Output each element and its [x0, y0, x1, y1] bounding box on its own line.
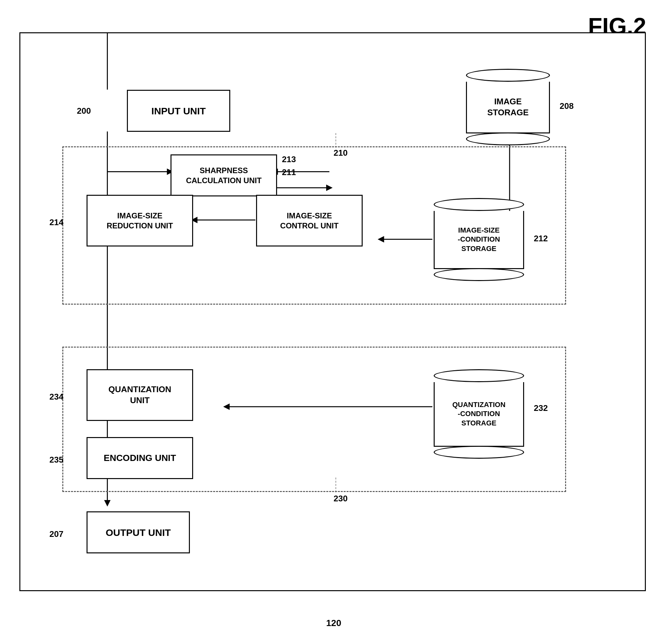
cylinder-top-quant: [434, 369, 524, 382]
label-214: 214: [49, 217, 63, 228]
cylinder-bottom-image-storage: [466, 132, 550, 145]
encoding-unit-box: ENCODING UNIT: [87, 437, 193, 479]
label-234: 234: [49, 392, 63, 402]
cylinder-top-condition: [434, 198, 524, 211]
cylinder-bottom-quant: [434, 446, 524, 459]
svg-marker-2: [104, 500, 110, 506]
cylinder-bottom-condition: [434, 268, 524, 281]
cylinder-top-image-storage: [466, 69, 550, 82]
image-size-reduction-box: IMAGE-SIZE REDUCTION UNIT: [87, 195, 193, 247]
cylinder-body-quant: QUANTIZATION -CONDITION STORAGE: [434, 382, 524, 447]
image-size-control-box: IMAGE-SIZE CONTROL UNIT: [256, 195, 363, 247]
sharpness-calc-box: SHARPNESS CALCULATION UNIT: [171, 154, 277, 197]
label-230: 230: [333, 493, 347, 504]
label-213: 213: [282, 154, 296, 164]
label-232: 232: [534, 403, 548, 413]
label-212: 212: [534, 234, 548, 244]
label-120: 120: [326, 618, 341, 628]
diagram-arrows: [20, 33, 645, 590]
main-diagram-border: INPUT UNIT 200 IMAGE STORAGE 208 210 SHA…: [19, 32, 646, 591]
quantization-unit-box: QUANTIZATION UNIT: [87, 369, 193, 421]
output-unit-box: OUTPUT UNIT: [87, 511, 190, 553]
quantization-condition-cylinder: QUANTIZATION -CONDITION STORAGE: [434, 369, 524, 459]
label-210: 210: [333, 148, 347, 158]
image-storage-cylinder: IMAGE STORAGE: [466, 69, 550, 145]
label-200: 200: [77, 106, 91, 116]
image-size-condition-cylinder: IMAGE-SIZE -CONDITION STORAGE: [434, 198, 524, 281]
cylinder-body-image-storage: IMAGE STORAGE: [466, 82, 550, 133]
label-235: 235: [49, 455, 63, 465]
input-unit-box: INPUT UNIT: [127, 90, 230, 132]
label-208: 208: [559, 101, 573, 111]
label-211: 211: [282, 167, 296, 177]
cylinder-body-condition: IMAGE-SIZE -CONDITION STORAGE: [434, 211, 524, 269]
label-207: 207: [49, 529, 63, 539]
